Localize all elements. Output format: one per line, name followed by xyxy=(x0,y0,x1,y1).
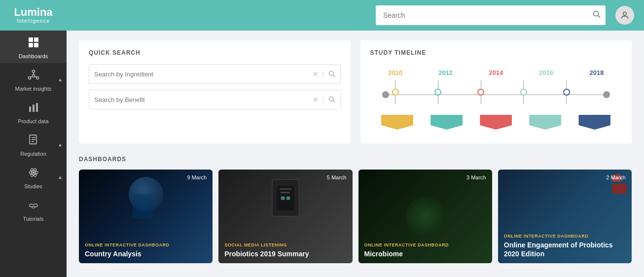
svg-rect-1 xyxy=(34,37,38,42)
card-4-date: 2 March xyxy=(606,174,626,180)
card-1-title: Country Analysis xyxy=(85,249,207,258)
dashboards-title: DASHBOARDS xyxy=(79,156,632,163)
search-button[interactable] xyxy=(593,10,601,20)
connector-top-2018 xyxy=(566,80,567,89)
benefit-search-field[interactable]: ✕ | xyxy=(89,90,341,109)
svg-rect-0 xyxy=(29,37,33,42)
svg-point-27 xyxy=(329,97,333,101)
grid-icon xyxy=(28,36,39,51)
year-2012[interactable]: 2012 xyxy=(426,69,465,76)
sidebar-item-regulation[interactable]: ▲ Regulation xyxy=(0,128,67,161)
dashboard-cards: 9 March ONLINE INTERACTIVE DASHBOARD Cou… xyxy=(79,170,632,263)
card-2-content: 5 March SOCIAL MEDIA LISTENING Probiotic… xyxy=(218,170,352,263)
ingredient-input[interactable] xyxy=(94,70,313,78)
ingredient-field-icons: ✕ | xyxy=(313,70,335,78)
top-panels: QUICK SEARCH ✕ | ✕ xyxy=(79,40,632,143)
sidebar-studies-label: Studies xyxy=(24,183,42,189)
sidebar-tutorials-label: Tutorials xyxy=(23,216,44,222)
connector-bottom-2016 xyxy=(523,96,524,104)
dashboard-card-1[interactable]: 9 March ONLINE INTERACTIVE DASHBOARD Cou… xyxy=(79,170,213,263)
svg-point-25 xyxy=(329,71,333,75)
network-icon xyxy=(28,69,39,84)
sidebar-dashboards-label: Dashboards xyxy=(19,53,48,59)
dot-col-2016 xyxy=(520,80,527,104)
logo-lumina: Lumina xyxy=(14,7,52,18)
connector-top-2016 xyxy=(523,80,524,89)
clear-icon-2[interactable]: ✕ xyxy=(313,96,319,104)
dot-2012[interactable] xyxy=(434,89,441,96)
sidebar-item-tutorials[interactable]: Tutorials xyxy=(0,193,67,226)
card-1-content: 9 March ONLINE INTERACTIVE DASHBOARD Cou… xyxy=(79,170,213,263)
svg-line-26 xyxy=(333,75,335,77)
search-input[interactable] xyxy=(376,5,606,25)
dashboard-card-3[interactable]: 3 March ONLINE INTERACTIVE DASHBOARD Mic… xyxy=(358,170,492,263)
year-2010[interactable]: 2010 xyxy=(376,69,415,76)
dot-2016[interactable] xyxy=(520,89,527,96)
dashboard-card-4[interactable]: ★★★ 2 March ONLINE INTERACTIVE DASHBOARD… xyxy=(498,170,632,263)
card-3-type: ONLINE INTERACTIVE DASHBOARD xyxy=(364,242,486,247)
sidebar-item-product-data[interactable]: Product data xyxy=(0,96,67,128)
user-avatar[interactable] xyxy=(615,6,634,25)
content-area: QUICK SEARCH ✕ | ✕ xyxy=(67,31,644,277)
sidebar-logo: Lumina Intelligence xyxy=(0,0,67,31)
year-2014[interactable]: 2014 xyxy=(476,69,516,76)
svg-line-28 xyxy=(333,101,335,103)
sidebar-item-dashboards[interactable]: Dashboards xyxy=(0,31,67,63)
chevron-up-icon-3: ▲ xyxy=(58,174,63,180)
sidebar: Lumina Intelligence Dashboards ▲ xyxy=(0,0,67,277)
header xyxy=(67,0,644,31)
card-1-date: 9 March xyxy=(187,174,207,180)
chevron-2010[interactable] xyxy=(381,115,413,130)
svg-line-23 xyxy=(598,16,601,18)
timeline-line xyxy=(385,94,608,95)
main-area: QUICK SEARCH ✕ | ✕ xyxy=(67,0,644,277)
chevron-up-icon: ▲ xyxy=(58,77,63,82)
benefit-search-field-icon xyxy=(328,96,335,103)
benefit-input[interactable] xyxy=(94,96,313,104)
bar-chart-icon xyxy=(28,102,39,116)
dot-col-2010 xyxy=(392,80,399,104)
chevron-2014[interactable] xyxy=(480,115,512,130)
search-field-icon xyxy=(328,70,335,77)
timeline-container: 2010 2012 2014 2016 2018 xyxy=(370,64,622,135)
dashboard-card-2[interactable]: 5 March SOCIAL MEDIA LISTENING Probiotic… xyxy=(218,170,352,263)
chevron-2012[interactable] xyxy=(430,115,463,130)
connector-bottom-2012 xyxy=(438,96,438,104)
sidebar-item-studies[interactable]: ▲ Studies xyxy=(0,161,67,193)
chevron-2016[interactable] xyxy=(529,115,561,130)
connector-top-2014 xyxy=(481,80,481,89)
card-2-type: SOCIAL MEDIA LISTENING xyxy=(224,242,346,247)
connector-bottom-2018 xyxy=(566,96,567,104)
card-2-title: Probiotics 2019 Summary xyxy=(224,249,346,258)
svg-rect-13 xyxy=(36,103,38,112)
dashboards-section: DASHBOARDS 9 March ONLINE INTERACTIVE DA… xyxy=(79,156,632,263)
svg-point-4 xyxy=(32,70,35,73)
dot-col-2018 xyxy=(563,80,570,104)
card-4-type: ONLINE INTERACTIVE DASHBOARD xyxy=(504,234,626,239)
dot-2018[interactable] xyxy=(563,89,570,96)
clear-icon[interactable]: ✕ xyxy=(313,70,319,78)
dot-2014[interactable] xyxy=(477,89,484,96)
dot-col-2014 xyxy=(477,80,484,104)
chevron-2018[interactable] xyxy=(578,115,610,130)
book-icon xyxy=(28,134,39,149)
svg-rect-2 xyxy=(29,43,33,47)
card-4-content: 2 March ONLINE INTERACTIVE DASHBOARD Onl… xyxy=(498,170,632,263)
study-timeline-panel: STUDY TIMELINE 2010 2012 2014 2016 2018 xyxy=(360,40,632,143)
study-timeline-title: STUDY TIMELINE xyxy=(370,49,622,56)
card-3-content: 3 March ONLINE INTERACTIVE DASHBOARD Mic… xyxy=(358,170,492,263)
dot-2010[interactable] xyxy=(392,89,399,96)
benefit-field-icons: ✕ | xyxy=(313,96,335,104)
svg-point-24 xyxy=(623,12,627,15)
timeline-end-right xyxy=(603,91,610,98)
year-2018[interactable]: 2018 xyxy=(577,69,616,76)
dot-col-2012 xyxy=(434,80,441,104)
card-4-title: Online Engagement of Probiotics 2020 Edi… xyxy=(504,241,626,258)
search-bar xyxy=(376,5,606,25)
quick-search-panel: QUICK SEARCH ✕ | ✕ xyxy=(79,40,351,143)
ingredient-search-field[interactable]: ✕ | xyxy=(89,64,341,84)
quick-search-title: QUICK SEARCH xyxy=(89,49,341,56)
timeline-chevrons xyxy=(370,115,622,130)
year-2016[interactable]: 2016 xyxy=(527,69,566,76)
sidebar-item-market-insights[interactable]: ▲ Market insights xyxy=(0,63,67,96)
